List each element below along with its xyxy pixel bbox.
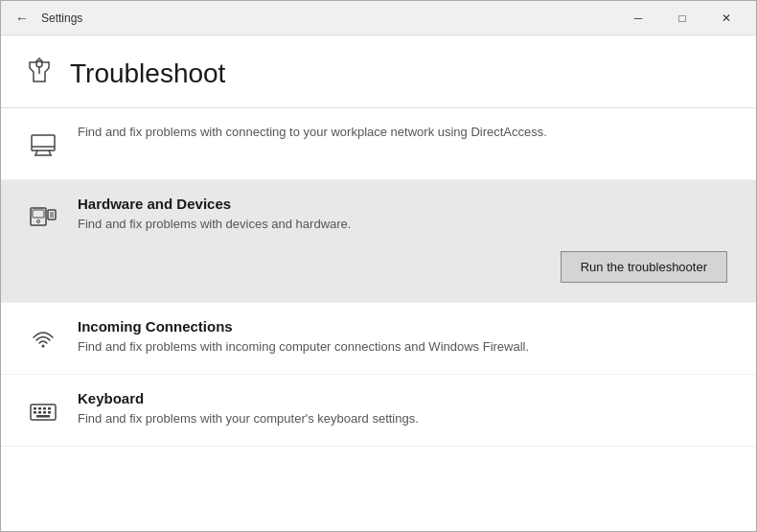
svg-rect-23: [48, 411, 51, 414]
svg-rect-19: [48, 407, 51, 410]
item-text: Hardware and Devices Find and fix proble…: [78, 196, 727, 233]
connections-icon: [24, 320, 62, 359]
item-title: Incoming Connections: [78, 318, 727, 335]
svg-rect-20: [34, 411, 36, 414]
svg-rect-22: [43, 411, 46, 414]
minimize-button[interactable]: ─: [616, 1, 660, 35]
svg-rect-21: [38, 411, 41, 414]
troubleshoot-list[interactable]: Find and fix problems with connecting to…: [1, 108, 756, 531]
page-header-icon: [24, 55, 55, 92]
page-title: Troubleshoot: [70, 58, 225, 89]
svg-point-0: [36, 61, 42, 67]
item-description: Find and fix problems with your computer…: [78, 410, 727, 428]
svg-point-14: [42, 345, 45, 348]
back-button[interactable]: ←: [9, 5, 35, 32]
run-troubleshooter-button[interactable]: Run the troubleshooter: [561, 251, 727, 283]
item-title: Keyboard: [78, 390, 727, 406]
titlebar: ← Settings ─ □ ✕: [1, 1, 756, 35]
hardware-icon: [24, 197, 62, 236]
item-title: Hardware and Devices: [78, 196, 727, 212]
list-item: Hardware and Devices Find and fix proble…: [1, 180, 756, 303]
titlebar-title: Settings: [41, 12, 616, 25]
item-description: Find and fix problems with devices and h…: [78, 216, 727, 233]
item-header: Hardware and Devices Find and fix proble…: [24, 196, 727, 236]
svg-rect-16: [34, 407, 36, 410]
item-description: Find and fix problems with connecting to…: [78, 124, 727, 141]
svg-rect-24: [36, 415, 50, 418]
list-item: Find and fix problems with connecting to…: [1, 108, 756, 180]
maximize-button[interactable]: □: [660, 1, 704, 35]
item-description: Find and fix problems with incoming comp…: [78, 338, 727, 356]
svg-rect-2: [32, 135, 55, 150]
keyboard-icon: [24, 392, 62, 430]
item-text: Find and fix problems with connecting to…: [78, 124, 727, 141]
svg-rect-8: [33, 210, 44, 218]
item-text: Keyboard Find and fix problems with your…: [78, 390, 727, 428]
item-text: Incoming Connections Find and fix proble…: [78, 318, 727, 356]
list-item: Incoming Connections Find and fix proble…: [1, 303, 756, 375]
list-item: Keyboard Find and fix problems with your…: [1, 375, 756, 447]
svg-point-9: [37, 220, 40, 223]
page-header: Troubleshoot: [1, 35, 756, 108]
item-action-area: Run the troubleshooter: [24, 251, 727, 283]
network-icon: [24, 126, 62, 164]
svg-rect-18: [43, 407, 46, 410]
content-area: Troubleshoot Find and fix problems with …: [1, 35, 756, 531]
close-button[interactable]: ✕: [704, 1, 748, 35]
settings-window: ← Settings ─ □ ✕ Troubleshoot: [0, 0, 757, 532]
window-controls: ─ □ ✕: [616, 1, 748, 35]
svg-rect-17: [38, 407, 41, 410]
